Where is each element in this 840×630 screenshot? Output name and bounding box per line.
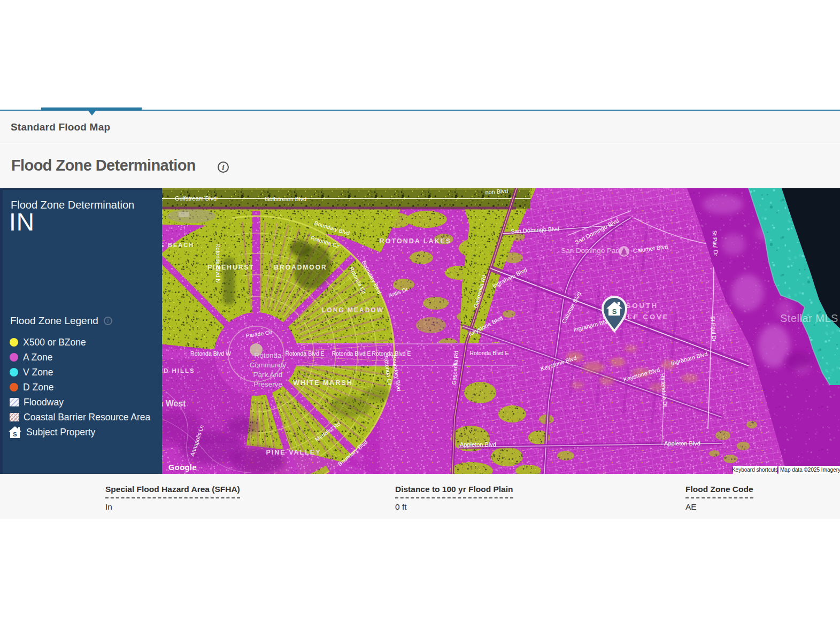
svg-text:Google: Google <box>168 463 197 472</box>
svg-text:Rotonda Blvd W: Rotonda Blvd W <box>190 350 231 357</box>
svg-text:St Paul Dr: St Paul Dr <box>710 316 718 342</box>
svg-text:Rotonda Blvd N: Rotonda Blvd N <box>215 243 221 283</box>
svg-text:Appleton Blvd: Appleton Blvd <box>460 441 496 448</box>
svg-text:Preserve: Preserve <box>253 380 282 388</box>
svg-text:Rotonda Blvd E: Rotonda Blvd E <box>286 350 325 357</box>
svg-text:Rotonda Blvd E: Rotonda Blvd E <box>332 350 371 357</box>
svg-text:St Paul Dr: St Paul Dr <box>712 231 720 257</box>
svg-text:PINEHURST: PINEHURST <box>207 264 254 271</box>
svg-text:S: S <box>612 308 617 316</box>
svg-text:LONG MEADOW: LONG MEADOW <box>322 306 384 314</box>
svg-text:Community: Community <box>250 361 287 369</box>
svg-text:San Domingo Park: San Domingo Park <box>561 247 622 255</box>
svg-text:SOUTH: SOUTH <box>626 302 659 310</box>
svg-text:PINE VALLEY: PINE VALLEY <box>266 449 321 456</box>
svg-text:WHITE MARSH: WHITE MARSH <box>293 379 353 387</box>
svg-text:Gulfstream Blvd: Gulfstream Blvd <box>175 195 217 202</box>
svg-text:Appleton Blvd: Appleton Blvd <box>664 440 700 447</box>
svg-text:Map data ©2025 Imagery ©2: Map data ©2025 Imagery ©2 <box>780 467 840 473</box>
svg-text:Rotonda: Rotonda <box>254 351 282 359</box>
svg-text:Park And: Park And <box>253 371 283 379</box>
svg-text:BROADMOOR: BROADMOOR <box>274 264 327 271</box>
svg-text:S: S <box>13 431 17 437</box>
svg-text:Keyboard shortcuts: Keyboard shortcuts <box>732 467 778 473</box>
svg-text:Gulfstream Blvd: Gulfstream Blvd <box>265 196 306 202</box>
svg-text:Stellar MLS: Stellar MLS <box>780 312 838 324</box>
svg-text:a West: a West <box>158 399 186 408</box>
svg-text:ROTONDA LAKES: ROTONDA LAKES <box>380 237 451 245</box>
svg-text:Rotonda Blvd E: Rotonda Blvd E <box>470 350 509 356</box>
